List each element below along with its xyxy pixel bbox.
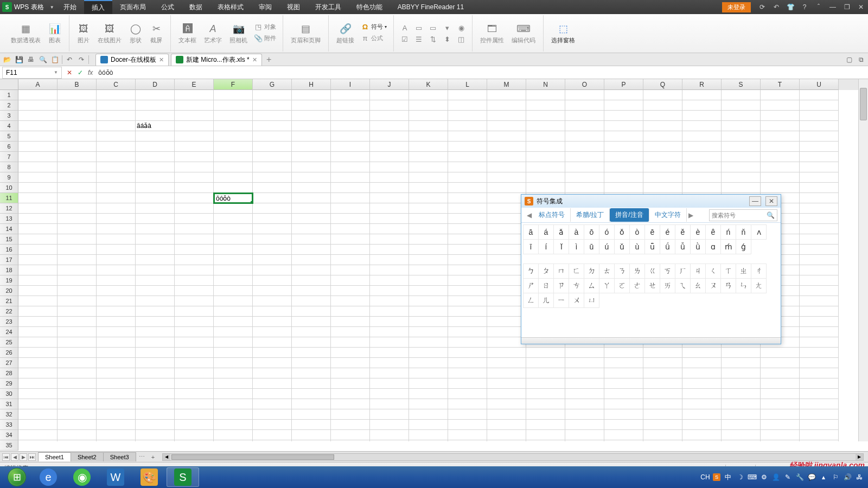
cell-M1[interactable]	[487, 90, 526, 100]
cell-P9[interactable]	[604, 172, 643, 183]
cell-D34[interactable]	[136, 430, 175, 440]
cell-B6[interactable]	[58, 142, 97, 152]
cell-R10[interactable]	[682, 183, 722, 193]
col-header-N[interactable]: N	[526, 79, 565, 90]
edit-code-button[interactable]: ⌨编辑代码	[508, 21, 539, 46]
cell-J12[interactable]	[370, 203, 409, 214]
row-header-8[interactable]: 8	[0, 162, 18, 172]
cell-B14[interactable]	[58, 224, 97, 234]
cell-I2[interactable]	[331, 100, 370, 111]
window-close-icon[interactable]: ⧉	[856, 55, 866, 65]
undo-icon[interactable]: ↶	[65, 55, 74, 65]
cell-C18[interactable]	[97, 265, 136, 275]
symbol-cell[interactable]: ㄘ	[569, 278, 584, 293]
cell-B15[interactable]	[58, 234, 97, 245]
cell-B7[interactable]	[58, 152, 97, 162]
row-header-4[interactable]: 4	[0, 121, 18, 131]
cell-F6[interactable]	[214, 142, 253, 152]
cell-K2[interactable]	[409, 100, 448, 111]
row-header-11[interactable]: 11	[0, 193, 18, 203]
cell-R1[interactable]	[682, 90, 722, 100]
cell-D19[interactable]	[136, 275, 175, 286]
cell-A29[interactable]	[18, 378, 58, 389]
cell-F11[interactable]: ōóǒò	[214, 193, 253, 203]
cell-O30[interactable]	[565, 389, 604, 399]
cell-T10[interactable]	[761, 183, 800, 193]
cell-G35[interactable]	[253, 440, 292, 441]
cell-M31[interactable]	[487, 399, 526, 409]
cell-J1[interactable]	[370, 90, 409, 100]
cell-T5[interactable]	[761, 131, 800, 142]
cell-H8[interactable]	[292, 162, 331, 172]
symbol-cell[interactable]: ㄥ	[523, 293, 539, 308]
cell-L30[interactable]	[448, 389, 487, 399]
cell-E33[interactable]	[175, 420, 214, 430]
cell-I19[interactable]	[331, 275, 370, 286]
cell-I28[interactable]	[331, 368, 370, 378]
cell-D35[interactable]	[136, 440, 175, 441]
cell-O34[interactable]	[565, 430, 604, 440]
symbol-cell[interactable]: ɑ	[705, 239, 721, 254]
cell-G8[interactable]	[253, 162, 292, 172]
cell-M3[interactable]	[487, 111, 526, 121]
cell-D16[interactable]	[136, 245, 175, 255]
cell-F24[interactable]	[214, 327, 253, 337]
cell-N6[interactable]	[526, 142, 565, 152]
cell-G30[interactable]	[253, 389, 292, 399]
cell-I33[interactable]	[331, 420, 370, 430]
paste-icon[interactable]: 📋	[50, 55, 60, 65]
cell-R30[interactable]	[682, 389, 722, 399]
cell-O3[interactable]	[565, 111, 604, 121]
cell-T26[interactable]	[761, 348, 800, 358]
cell-I17[interactable]	[331, 255, 370, 265]
cell-G29[interactable]	[253, 378, 292, 389]
col-header-D[interactable]: D	[136, 79, 175, 90]
tray-network-icon[interactable]: 🖧	[855, 473, 864, 481]
cell-C15[interactable]	[97, 234, 136, 245]
cell-G3[interactable]	[253, 111, 292, 121]
cell-C11[interactable]	[97, 193, 136, 203]
cell-A3[interactable]	[18, 111, 58, 121]
cell-U35[interactable]	[800, 440, 839, 441]
row-header-12[interactable]: 12	[0, 203, 18, 214]
cell-I20[interactable]	[331, 286, 370, 296]
cell-I12[interactable]	[331, 203, 370, 214]
cell-A20[interactable]	[18, 286, 58, 296]
pivot-table-button[interactable]: ▦数据透视表	[8, 21, 44, 46]
cell-T4[interactable]	[761, 121, 800, 131]
cell-I18[interactable]	[331, 265, 370, 275]
cell-B25[interactable]	[58, 337, 97, 348]
cell-L8[interactable]	[448, 162, 487, 172]
cell-L33[interactable]	[448, 420, 487, 430]
cell-H18[interactable]	[292, 265, 331, 275]
cell-K8[interactable]	[409, 162, 448, 172]
row-header-23[interactable]: 23	[0, 317, 18, 327]
menu-页面布局[interactable]: 页面布局	[112, 0, 154, 14]
cell-I5[interactable]	[331, 131, 370, 142]
cell-I4[interactable]	[331, 121, 370, 131]
cell-L31[interactable]	[448, 399, 487, 409]
symbol-cell[interactable]: ǚ	[675, 239, 691, 254]
cell-H26[interactable]	[292, 348, 331, 358]
cell-F32[interactable]	[214, 409, 253, 420]
symbol-cell[interactable]: ㄞ	[660, 278, 675, 293]
cell-K34[interactable]	[409, 430, 448, 440]
cell-H11[interactable]	[292, 193, 331, 203]
label-small-icon[interactable]: ▭	[412, 22, 425, 33]
cell-P7[interactable]	[604, 152, 643, 162]
cell-E20[interactable]	[175, 286, 214, 296]
taskbar-ie[interactable]: e	[32, 467, 65, 487]
cell-K14[interactable]	[409, 224, 448, 234]
symbol-cell[interactable]: ǒ	[614, 224, 630, 240]
cell-I11[interactable]	[331, 193, 370, 203]
cell-J20[interactable]	[370, 286, 409, 296]
cell-K11[interactable]	[409, 193, 448, 203]
print-preview-icon[interactable]: 🔍	[38, 55, 48, 65]
cell-J11[interactable]	[370, 193, 409, 203]
cell-E31[interactable]	[175, 399, 214, 409]
symbol-cell[interactable]: ㄟ	[675, 278, 691, 293]
cell-D17[interactable]	[136, 255, 175, 265]
cell-K23[interactable]	[409, 317, 448, 327]
cell-I13[interactable]	[331, 214, 370, 224]
cell-A2[interactable]	[18, 100, 58, 111]
